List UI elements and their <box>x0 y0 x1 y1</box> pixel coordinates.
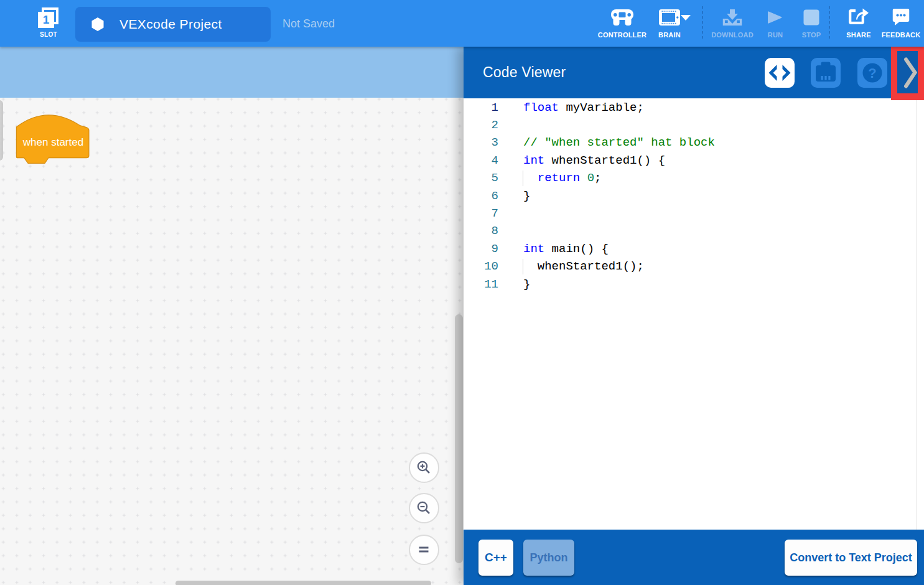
svg-text:?: ? <box>868 65 876 81</box>
